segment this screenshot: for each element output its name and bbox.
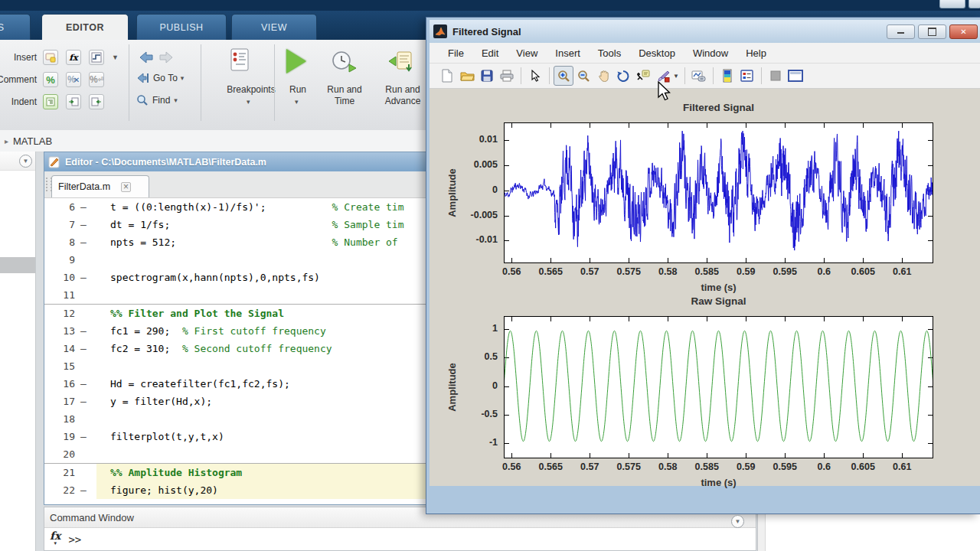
open-icon[interactable] [457, 66, 477, 86]
xlabel-raw: time (s) [504, 477, 933, 488]
code-text: filterplot(t,y,t,x) [92, 428, 224, 445]
matlab-logo-icon [433, 24, 447, 38]
menu-desktop[interactable]: Desktop [639, 47, 675, 59]
y-tick-label: 0 [459, 380, 498, 391]
x-tick-label: 0.565 [531, 461, 570, 472]
x-tick-label: 0.58 [648, 266, 687, 277]
x-tick-label: 0.56 [492, 461, 531, 472]
figure-titlebar[interactable]: Filtered Signal ✕ [430, 20, 980, 43]
run-icon[interactable] [286, 49, 306, 73]
x-tick-label: 0.57 [570, 266, 609, 277]
run-and-advance-label-2[interactable]: Advance [381, 96, 424, 106]
forward-icon[interactable] [158, 50, 175, 68]
menu-view[interactable]: View [516, 47, 537, 59]
tab-apps-label: APPS [0, 22, 5, 33]
run-dropdown-icon[interactable]: ▾ [295, 98, 299, 106]
figure-maximize-button[interactable] [918, 24, 946, 39]
link-plot-icon[interactable] [689, 66, 709, 86]
figure-minimize-button[interactable] [887, 24, 915, 39]
command-prompt-row[interactable]: fx ▼ >> [50, 532, 81, 547]
tab-view[interactable]: VIEW [231, 14, 317, 40]
insert-function-icon[interactable]: fx [66, 50, 81, 65]
file-tab-filterdata[interactable]: FilterData.m × [51, 175, 149, 197]
edit-plot-icon[interactable] [525, 66, 545, 86]
zoom-out-icon[interactable] [573, 66, 593, 86]
ylabel-filtered: Amplitude [446, 168, 458, 217]
new-file-icon[interactable] [437, 66, 457, 86]
panel-menu-icon[interactable]: ▼ [19, 155, 32, 168]
menu-file[interactable]: File [448, 47, 464, 59]
breakpoints-dropdown-icon[interactable]: ▾ [247, 98, 250, 106]
insert-section-icon[interactable] [89, 50, 104, 65]
command-window-menu-icon[interactable]: ▼ [731, 515, 744, 528]
menu-window[interactable]: Window [693, 47, 728, 59]
dock-figure-icon[interactable] [766, 66, 786, 86]
breadcrumb-matlab[interactable]: MATLAB [13, 135, 52, 147]
brush-dropdown-icon[interactable]: ▼ [673, 73, 679, 80]
tab-publish[interactable]: PUBLISH [136, 14, 227, 40]
menu-edit[interactable]: Edit [482, 47, 498, 59]
find-button[interactable]: Find ▾ [136, 94, 178, 106]
insert-comment-icon[interactable] [43, 50, 58, 65]
figure-close-button[interactable]: ✕ [949, 24, 978, 39]
comment-icon[interactable]: % [43, 72, 58, 87]
x-tick-label: 0.6 [805, 461, 843, 472]
indent-left-icon[interactable] [89, 94, 104, 109]
x-tick-label: 0.57 [570, 461, 609, 472]
y-tick-label: 0.5 [459, 351, 498, 362]
y-tick-label: -0.005 [459, 210, 498, 220]
save-icon[interactable] [477, 66, 497, 86]
rotate-3d-icon[interactable] [613, 66, 633, 86]
line-number: 10 [44, 269, 75, 286]
raw-signal-plot[interactable] [504, 316, 933, 458]
plot-title-raw: Raw Signal [504, 295, 933, 307]
tab-close-icon[interactable]: × [121, 182, 131, 192]
run-and-advance-icon[interactable] [387, 49, 415, 77]
pan-icon[interactable] [593, 66, 613, 86]
breakpoints-button[interactable]: Breakpoints [211, 84, 291, 95]
menu-tools[interactable]: Tools [598, 47, 621, 59]
minimize-main-button[interactable] [939, 0, 965, 8]
maximize-main-button[interactable] [969, 0, 980, 8]
show-plot-tools-icon[interactable] [786, 66, 805, 86]
smart-indent-icon[interactable] [43, 94, 58, 109]
line-number: 17 [44, 393, 75, 410]
line-number: 13 [44, 322, 75, 340]
breakpoints-icon[interactable] [227, 47, 251, 77]
editor-doc-icon [48, 156, 60, 168]
y-tick-label: 0 [459, 184, 498, 195]
menu-insert[interactable]: Insert [555, 47, 580, 59]
find-label: Find [152, 95, 170, 106]
current-folder-header: ▼ [0, 152, 35, 171]
insert-colorbar-icon[interactable] [717, 66, 737, 86]
filtered-signal-plot[interactable] [504, 122, 933, 263]
goto-button[interactable]: Go To ▾ [136, 72, 184, 84]
print-icon[interactable] [497, 66, 517, 86]
indent-right-icon[interactable] [66, 94, 81, 109]
indent-label: Indent [0, 96, 37, 107]
run-and-advance-label-1[interactable]: Run and [381, 84, 424, 95]
x-tick-label: 0.585 [688, 266, 726, 277]
x-tick-label: 0.595 [766, 266, 804, 277]
selected-folder-row[interactable] [0, 257, 35, 273]
menu-help[interactable]: Help [746, 47, 766, 59]
zoom-in-icon[interactable] [554, 66, 573, 86]
uncomment-icon[interactable]: %✕ [66, 72, 81, 87]
back-icon[interactable] [138, 50, 155, 68]
run-and-time-icon[interactable] [331, 49, 357, 77]
tab-editor[interactable]: EDITOR [41, 14, 129, 40]
run-button[interactable]: Run [285, 84, 311, 95]
tab-apps[interactable]: APPS [0, 14, 31, 40]
insert-dropdown-icon[interactable]: ▼ [112, 54, 119, 61]
executable-line-marker: – [75, 216, 92, 233]
run-and-time-label-2[interactable]: Time [325, 96, 364, 106]
figure-menubar: File Edit View Insert Tools Desktop Wind… [430, 43, 980, 64]
command-window-title: Command Window [50, 512, 134, 523]
run-and-time-label-1[interactable]: Run and [325, 84, 364, 95]
x-tick-label: 0.605 [844, 266, 882, 277]
data-cursor-icon[interactable] [633, 66, 653, 86]
executable-line-marker: – [75, 393, 92, 410]
fx-icon[interactable]: fx [50, 532, 60, 540]
wrap-comments-icon[interactable]: %⏎ [89, 72, 104, 87]
insert-legend-icon[interactable] [737, 66, 757, 86]
